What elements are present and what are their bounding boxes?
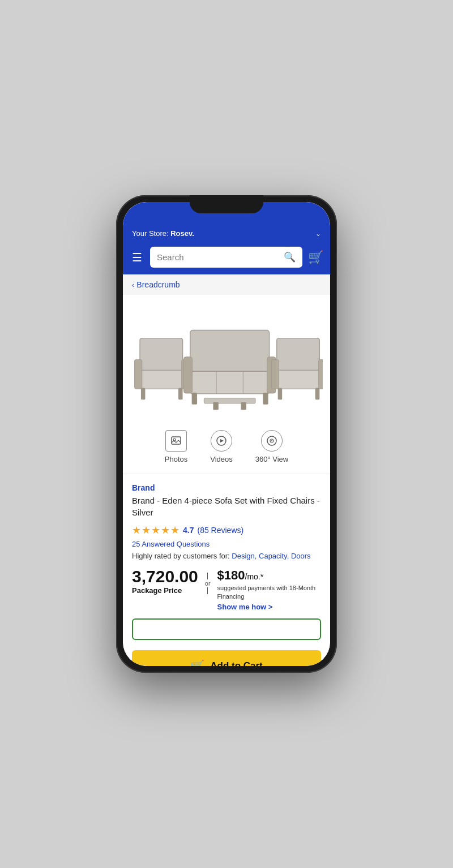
tab-360view[interactable]: 360° View (255, 430, 288, 463)
divider-line-2 (207, 587, 208, 594)
svg-rect-15 (213, 402, 218, 410)
answered-questions[interactable]: 25 Answered Questions (132, 540, 321, 548)
photos-icon (165, 430, 187, 452)
add-to-cart-label: Add to Cart (210, 660, 263, 666)
phone-screen: Your Store: Rosev. ⌄ ☰ 🔍 🛒 ‹ Breadcrumb (123, 202, 330, 666)
svg-rect-1 (140, 370, 183, 389)
svg-point-29 (271, 440, 272, 441)
tag-capacity[interactable]: Capacity, (259, 552, 289, 560)
financing-section: $180/mo.* suggested payments with 18-Mon… (217, 568, 321, 612)
phone-notch (190, 195, 263, 213)
svg-rect-12 (192, 393, 197, 405)
highly-rated: Highly rated by customers for: Design, C… (132, 552, 321, 560)
star-2: ★ (142, 524, 151, 536)
videos-label: Videos (210, 455, 233, 463)
tab-videos[interactable]: Videos (210, 430, 233, 463)
search-icon[interactable]: 🔍 (284, 251, 296, 263)
search-input-wrapper[interactable]: 🔍 (150, 247, 302, 268)
tab-photos[interactable]: Photos (165, 430, 187, 463)
price-main: 3,720.00 Package Price (132, 568, 198, 595)
menu-icon[interactable]: ☰ (130, 248, 144, 267)
rating-number: 4.7 (183, 526, 194, 535)
product-info: Brand Brand - Eden 4-piece Sofa Set with… (123, 474, 330, 612)
store-bar[interactable]: Your Store: Rosev. ⌄ (123, 227, 330, 242)
breadcrumb-arrow-icon: ‹ (132, 281, 134, 289)
tag-design[interactable]: Design, (232, 552, 257, 560)
product-image-area (123, 295, 330, 424)
rating-row: ★ ★ ★ ★ ★ 4.7 (85 Reviews) (132, 524, 321, 536)
svg-rect-23 (172, 437, 181, 444)
highly-rated-prefix: Highly rated by customers for: (132, 552, 230, 560)
svg-rect-2 (135, 359, 142, 389)
breadcrumb-label[interactable]: Breadcrumb (136, 280, 180, 289)
breadcrumb-bar: ‹ Breadcrumb (123, 274, 330, 295)
show-me-how-link[interactable]: Show me how > (217, 603, 273, 611)
svg-rect-16 (241, 402, 246, 410)
360view-icon (261, 430, 283, 452)
product-title: Brand - Eden 4-piece Sofa Set with Fixed… (132, 495, 321, 518)
svg-rect-6 (190, 330, 270, 375)
financing-amount: $180 (217, 568, 245, 582)
add-to-cart-button[interactable]: 🛒 Add to Cart (132, 650, 321, 666)
brand-label: Brand (132, 483, 321, 492)
divider-line (207, 573, 208, 579)
search-bar: ☰ 🔍 🛒 (123, 242, 330, 274)
price-divider: or (205, 568, 211, 594)
add-to-cart-section: 🛒 Add to Cart (123, 646, 330, 666)
stars: ★ ★ ★ ★ ★ (132, 524, 180, 536)
store-info: Your Store: Rosev. (132, 229, 194, 238)
svg-rect-19 (271, 359, 279, 389)
media-tabs: Photos Videos (123, 424, 330, 474)
product-image (130, 306, 323, 413)
financing-amount-row: $180/mo.* (217, 568, 321, 583)
price-section: 3,720.00 Package Price or $180/mo.* sugg… (132, 568, 321, 612)
svg-rect-4 (141, 388, 146, 399)
360view-label: 360° View (255, 455, 288, 463)
svg-rect-22 (315, 388, 320, 399)
svg-rect-21 (278, 388, 283, 399)
pickup-section (132, 618, 321, 640)
star-3: ★ (151, 524, 160, 536)
price-label: Package Price (132, 586, 198, 595)
financing-suffix: /mo.* (245, 572, 264, 581)
cart-btn-icon: 🛒 (190, 659, 204, 666)
svg-rect-20 (318, 359, 323, 389)
star-5: ★ (170, 524, 180, 536)
svg-marker-26 (220, 439, 224, 442)
store-prefix: Your Store: (132, 229, 169, 238)
videos-icon (211, 430, 232, 452)
financing-desc: suggested payments with 18-Month Financi… (217, 584, 321, 601)
screen-content: Your Store: Rosev. ⌄ ☰ 🔍 🛒 ‹ Breadcrumb (123, 202, 330, 666)
reviews-link[interactable]: (85 Reviews) (197, 526, 243, 535)
star-4: ★ (161, 524, 170, 536)
or-text: or (205, 580, 211, 587)
star-1: ★ (132, 524, 141, 536)
svg-rect-7 (190, 371, 270, 394)
phone-frame: Your Store: Rosev. ⌄ ☰ 🔍 🛒 ‹ Breadcrumb (116, 195, 337, 673)
store-name: Rosev. (170, 229, 194, 238)
photos-label: Photos (165, 455, 187, 463)
svg-rect-18 (277, 370, 320, 389)
svg-point-24 (173, 439, 176, 441)
svg-rect-14 (204, 398, 255, 403)
search-input[interactable] (157, 252, 279, 262)
price-number: 3,720.00 (132, 568, 198, 585)
tag-doors[interactable]: Doors (291, 552, 311, 560)
cart-icon[interactable]: 🛒 (308, 250, 323, 265)
svg-rect-10 (183, 357, 192, 393)
svg-rect-5 (178, 388, 183, 399)
svg-rect-13 (263, 393, 268, 405)
store-chevron-icon[interactable]: ⌄ (315, 230, 321, 238)
